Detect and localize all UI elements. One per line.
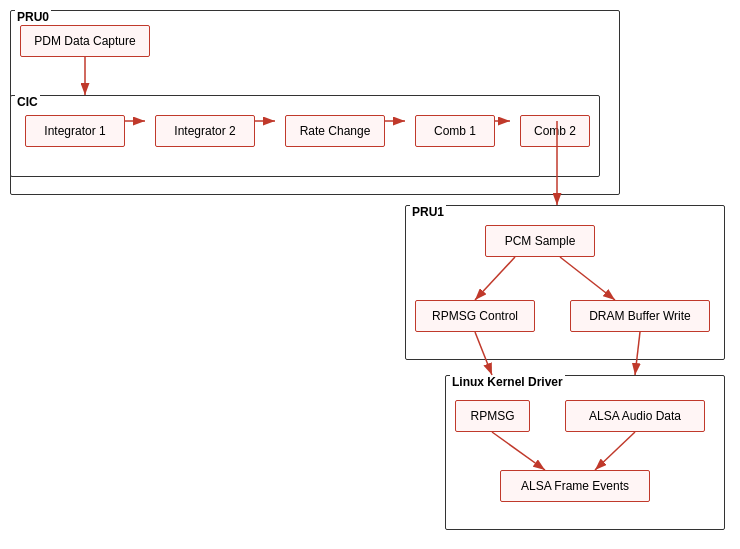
alsa-frame-box: ALSA Frame Events bbox=[500, 470, 650, 502]
integrator2-label: Integrator 2 bbox=[174, 124, 235, 138]
rate-change-box: Rate Change bbox=[285, 115, 385, 147]
alsa-frame-label: ALSA Frame Events bbox=[521, 479, 629, 493]
pcm-sample-label: PCM Sample bbox=[505, 234, 576, 248]
alsa-audio-label: ALSA Audio Data bbox=[589, 409, 681, 423]
rpmsg-control-label: RPMSG Control bbox=[432, 309, 518, 323]
linux-driver-container: Linux Kernel Driver bbox=[445, 375, 725, 530]
integrator2-box: Integrator 2 bbox=[155, 115, 255, 147]
dram-buffer-box: DRAM Buffer Write bbox=[570, 300, 710, 332]
comb2-box: Comb 2 bbox=[520, 115, 590, 147]
comb1-label: Comb 1 bbox=[434, 124, 476, 138]
rpmsg-control-box: RPMSG Control bbox=[415, 300, 535, 332]
rpmsg-box: RPMSG bbox=[455, 400, 530, 432]
linux-label: Linux Kernel Driver bbox=[450, 375, 565, 389]
rpmsg-label: RPMSG bbox=[470, 409, 514, 423]
diagram-canvas: PRU0 PDM Data Capture CIC Integrator 1 I… bbox=[0, 0, 740, 549]
alsa-audio-box: ALSA Audio Data bbox=[565, 400, 705, 432]
rate-change-label: Rate Change bbox=[300, 124, 371, 138]
comb1-box: Comb 1 bbox=[415, 115, 495, 147]
pdm-data-capture-box: PDM Data Capture bbox=[20, 25, 150, 57]
pcm-sample-box: PCM Sample bbox=[485, 225, 595, 257]
cic-label: CIC bbox=[15, 95, 40, 109]
comb2-label: Comb 2 bbox=[534, 124, 576, 138]
pru0-label: PRU0 bbox=[15, 10, 51, 24]
integrator1-box: Integrator 1 bbox=[25, 115, 125, 147]
pru1-label: PRU1 bbox=[410, 205, 446, 219]
pdm-data-capture-label: PDM Data Capture bbox=[34, 34, 135, 48]
integrator1-label: Integrator 1 bbox=[44, 124, 105, 138]
dram-buffer-label: DRAM Buffer Write bbox=[589, 309, 691, 323]
